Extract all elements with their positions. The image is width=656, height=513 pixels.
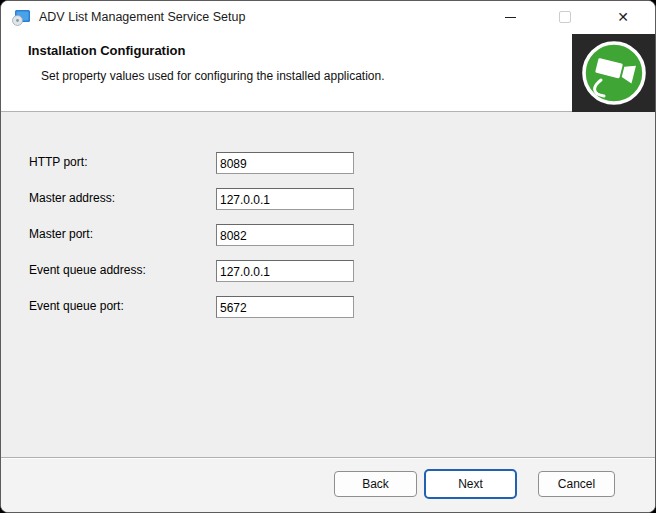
- title-bar[interactable]: ADV List Management Service Setup ✕: [1, 1, 655, 34]
- dialog-footer: Back Next Cancel: [1, 457, 655, 513]
- http-port-label: HTTP port:: [29, 155, 87, 169]
- master-port-input[interactable]: [216, 224, 354, 246]
- minimize-button[interactable]: [488, 1, 532, 33]
- master-address-input[interactable]: [216, 188, 354, 210]
- minimize-icon: [505, 17, 516, 18]
- back-button[interactable]: Back: [334, 471, 417, 497]
- form-row-http-port: HTTP port:: [1, 152, 655, 174]
- form-row-master-port: Master port:: [1, 224, 655, 246]
- page-subtitle: Set property values used for configuring…: [41, 69, 385, 83]
- event-queue-address-input[interactable]: [216, 260, 354, 282]
- form-row-event-queue-address: Event queue address:: [1, 260, 655, 282]
- dialog-header: Installation Configuration Set property …: [1, 34, 655, 112]
- event-queue-address-label: Event queue address:: [29, 263, 146, 277]
- event-queue-port-label: Event queue port:: [29, 299, 124, 313]
- next-button[interactable]: Next: [424, 469, 517, 499]
- form-row-event-queue-port: Event queue port:: [1, 296, 655, 318]
- window-title: ADV List Management Service Setup: [39, 1, 245, 34]
- close-button[interactable]: ✕: [601, 1, 645, 33]
- master-port-label: Master port:: [29, 227, 93, 241]
- maximize-button: [543, 1, 587, 33]
- page-title: Installation Configuration: [28, 43, 185, 58]
- cctv-camera-icon: [580, 39, 648, 107]
- form-row-master-address: Master address:: [1, 188, 655, 210]
- installer-window: ADV List Management Service Setup ✕ Inst…: [0, 0, 656, 513]
- close-icon: ✕: [617, 10, 629, 24]
- msi-installer-icon: [12, 9, 31, 26]
- maximize-icon: [559, 11, 571, 23]
- brand-logo: [572, 34, 655, 112]
- event-queue-port-input[interactable]: [216, 296, 354, 318]
- master-address-label: Master address:: [29, 191, 115, 205]
- cancel-button[interactable]: Cancel: [538, 471, 615, 497]
- http-port-input[interactable]: [216, 152, 354, 174]
